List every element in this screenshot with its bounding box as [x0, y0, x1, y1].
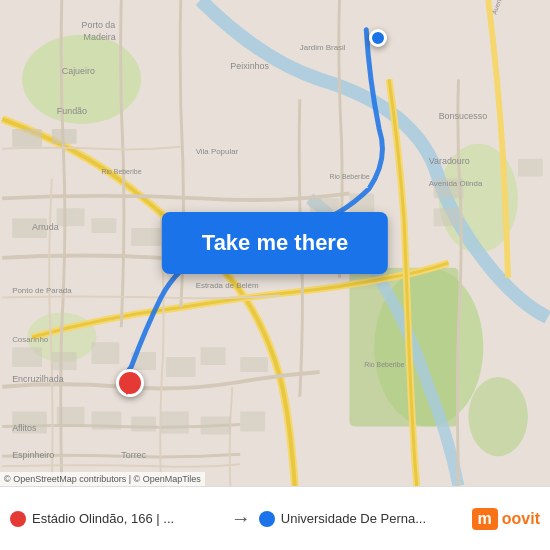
- moovit-logo: m oovit: [472, 508, 540, 530]
- svg-rect-12: [12, 347, 42, 367]
- moovit-m-badge: m: [472, 508, 498, 530]
- take-me-there-button[interactable]: Take me there: [162, 212, 388, 274]
- svg-rect-33: [518, 159, 543, 177]
- svg-text:Rio Beberibe: Rio Beberibe: [101, 168, 141, 175]
- svg-text:Rio Beberibe: Rio Beberibe: [330, 173, 370, 180]
- svg-text:Cajueiro: Cajueiro: [62, 66, 95, 76]
- svg-rect-21: [240, 357, 268, 372]
- destination-pin: [369, 29, 387, 47]
- svg-text:Estrada de Belém: Estrada de Belém: [196, 281, 259, 290]
- svg-text:Varadouro: Varadouro: [429, 156, 470, 166]
- svg-rect-20: [201, 347, 226, 365]
- svg-text:Ponto de Parada: Ponto de Parada: [12, 286, 72, 295]
- svg-text:Espinheiro: Espinheiro: [12, 450, 54, 460]
- svg-rect-30: [240, 412, 265, 432]
- svg-rect-29: [201, 417, 231, 435]
- origin-pin: [116, 369, 138, 397]
- svg-text:Rio Beberibe: Rio Beberibe: [364, 361, 404, 368]
- origin-label: Estádio Olindão, 166 | ...: [32, 511, 174, 526]
- bottom-bar: Estádio Olindão, 166 | ... → Universidad…: [0, 486, 550, 550]
- svg-rect-28: [161, 412, 189, 434]
- svg-text:Madeira: Madeira: [84, 32, 116, 42]
- svg-rect-7: [12, 129, 42, 147]
- map-container: Cajueiro Fundão Peixinhos Jardim Brasil …: [0, 0, 550, 486]
- svg-text:Aflitos: Aflitos: [12, 423, 37, 433]
- svg-rect-26: [92, 412, 122, 430]
- origin-location: Estádio Olindão, 166 | ...: [10, 511, 223, 527]
- svg-text:Encruzilhada: Encruzilhada: [12, 374, 64, 384]
- svg-text:Porto da: Porto da: [82, 20, 116, 30]
- svg-rect-15: [131, 228, 161, 246]
- svg-text:Vila Popular: Vila Popular: [196, 147, 239, 156]
- svg-rect-32: [434, 208, 459, 226]
- route-arrow: →: [231, 507, 251, 530]
- svg-text:Torrec: Torrec: [121, 450, 146, 460]
- svg-text:Bonsucesso: Bonsucesso: [439, 111, 488, 121]
- destination-dot: [259, 511, 275, 527]
- moovit-brand-text: oovit: [502, 510, 540, 528]
- svg-rect-10: [57, 208, 85, 226]
- svg-point-6: [468, 377, 528, 456]
- svg-rect-18: [131, 352, 156, 370]
- svg-text:Cosarinho: Cosarinho: [12, 335, 49, 344]
- svg-rect-23: [349, 193, 374, 213]
- svg-text:Peixinhos: Peixinhos: [230, 61, 269, 71]
- svg-text:Jardim Brasil: Jardim Brasil: [300, 43, 346, 52]
- svg-rect-11: [92, 218, 117, 233]
- svg-rect-8: [52, 129, 77, 144]
- destination-location: Universidade De Perna...: [259, 511, 472, 527]
- svg-text:Avenida Olinda: Avenida Olinda: [429, 179, 483, 188]
- svg-text:Arruda: Arruda: [32, 222, 59, 232]
- attribution-text: © OpenStreetMap contributors | © OpenMap…: [4, 474, 201, 484]
- map-attribution: © OpenStreetMap contributors | © OpenMap…: [0, 472, 205, 486]
- destination-label: Universidade De Perna...: [281, 511, 426, 526]
- app: Cajueiro Fundão Peixinhos Jardim Brasil …: [0, 0, 550, 550]
- svg-rect-25: [57, 407, 85, 427]
- svg-rect-14: [92, 342, 120, 364]
- svg-rect-27: [131, 417, 156, 432]
- origin-dot: [10, 511, 26, 527]
- svg-text:Fundão: Fundão: [57, 106, 87, 116]
- svg-rect-19: [166, 357, 196, 377]
- svg-rect-13: [52, 352, 77, 370]
